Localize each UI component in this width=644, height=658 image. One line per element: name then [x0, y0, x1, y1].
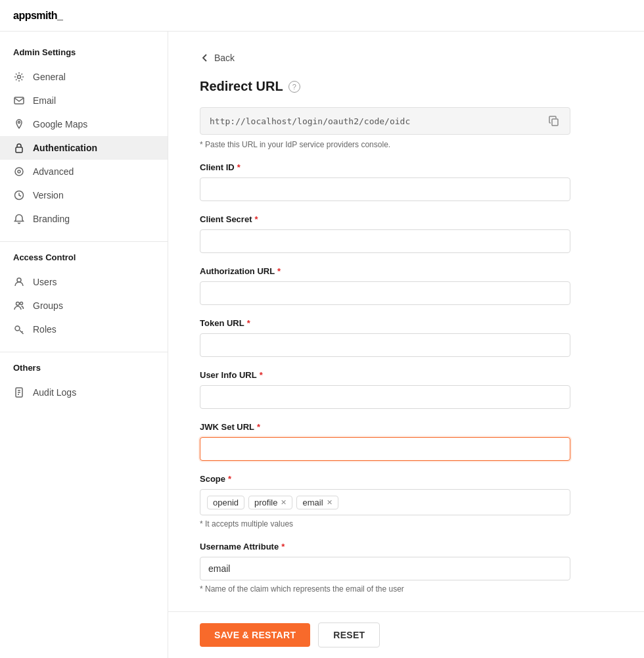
sidebar-item-branding[interactable]: Branding [0, 207, 168, 231]
chevron-left-icon [200, 53, 210, 63]
topbar: appsmith_ [0, 0, 644, 32]
mail-icon [13, 95, 25, 106]
sidebar-item-advanced[interactable]: Advanced [0, 160, 168, 183]
jwk-set-url-group: JWK Set URL * [200, 422, 570, 461]
sidebar-item-groups-label: Groups [33, 300, 63, 311]
save-restart-button[interactable]: SAVE & RESTART [200, 623, 310, 647]
sidebar-item-authentication[interactable]: Authentication [0, 136, 168, 160]
client-secret-group: Client Secret * [200, 214, 570, 253]
redirect-url-hint: * Paste this URL in your IdP service pro… [200, 140, 570, 149]
map-pin-icon [13, 118, 25, 130]
user-info-url-group: User Info URL * [200, 370, 570, 409]
clock-icon [13, 189, 25, 201]
access-control-title: Access Control [0, 252, 168, 270]
sidebar-item-email-label: Email [33, 95, 56, 106]
svg-point-2 [18, 122, 20, 124]
lock-icon [13, 142, 25, 154]
back-button[interactable]: Back [200, 53, 235, 63]
redirect-url-box: http://localhost/login/oauth2/code/oidc [200, 107, 570, 135]
user-info-url-input[interactable] [200, 385, 570, 409]
jwk-set-url-required: * [257, 422, 260, 432]
sidebar-item-audit-logs[interactable]: Audit Logs [0, 381, 168, 404]
svg-point-10 [15, 326, 20, 331]
sidebar-item-roles-label: Roles [33, 324, 57, 335]
token-url-group: Token URL * [200, 318, 570, 357]
sidebar-item-roles[interactable]: Roles [0, 317, 168, 341]
scope-tag-email-remove[interactable]: ✕ [327, 499, 333, 506]
others-title: Others [0, 363, 168, 381]
sidebar-item-users[interactable]: Users [0, 270, 168, 294]
client-secret-input[interactable] [200, 229, 570, 253]
svg-point-8 [16, 302, 20, 306]
scope-required: * [228, 474, 231, 484]
jwk-set-url-input[interactable] [200, 437, 570, 461]
app-logo: appsmith_ [13, 10, 63, 22]
sidebar-item-version-label: Version [33, 190, 64, 200]
client-secret-label: Client Secret * [200, 214, 570, 224]
sidebar-item-advanced-label: Advanced [33, 166, 74, 177]
redirect-url-value: http://localhost/login/oauth2/code/oidc [210, 116, 547, 126]
sidebar-item-general[interactable]: General [0, 65, 168, 89]
svg-rect-12 [552, 119, 558, 126]
scope-tag-email: email ✕ [296, 496, 338, 509]
svg-rect-1 [14, 97, 24, 104]
token-url-input[interactable] [200, 333, 570, 357]
reset-button[interactable]: RESET [318, 623, 380, 647]
client-id-label: Client ID * [200, 162, 570, 172]
sidebar-item-users-label: Users [33, 277, 57, 287]
token-url-required: * [247, 318, 250, 328]
svg-rect-3 [16, 147, 22, 153]
scope-tag-profile: profile ✕ [248, 496, 292, 509]
sidebar-item-groups[interactable]: Groups [0, 294, 168, 317]
sidebar-item-general-label: General [33, 72, 66, 82]
authorization-url-label: Authorization URL * [200, 266, 570, 276]
client-id-required: * [237, 162, 241, 172]
help-icon[interactable]: ? [288, 81, 300, 93]
main-content: Back Redirect URL ? http://localhost/log… [168, 32, 644, 658]
copy-icon [549, 116, 559, 126]
users-icon [13, 300, 25, 312]
sidebar-item-audit-logs-label: Audit Logs [33, 387, 76, 398]
authorization-url-group: Authorization URL * [200, 266, 570, 305]
username-attribute-input[interactable] [200, 557, 570, 580]
user-info-url-label: User Info URL * [200, 370, 570, 380]
scope-tag-profile-remove[interactable]: ✕ [281, 499, 287, 506]
scope-tag-profile-label: profile [254, 498, 277, 507]
sidebar-item-google-maps-label: Google Maps [33, 119, 87, 129]
authorization-url-input[interactable] [200, 281, 570, 305]
username-attribute-label: Username Attribute * [200, 542, 570, 552]
file-icon [13, 387, 25, 398]
client-id-input[interactable] [200, 177, 570, 201]
token-url-label: Token URL * [200, 318, 570, 328]
back-label: Back [214, 53, 235, 63]
client-secret-required: * [254, 214, 258, 224]
sidebar-item-branding-label: Branding [33, 214, 70, 224]
sidebar-divider-1 [0, 241, 168, 242]
sidebar-item-version[interactable]: Version [0, 183, 168, 207]
scope-input-box[interactable]: openid profile ✕ email ✕ [200, 489, 570, 515]
svg-point-0 [18, 76, 21, 79]
redirect-url-title: Redirect URL [200, 79, 283, 94]
jwk-set-url-label: JWK Set URL * [200, 422, 570, 432]
username-attribute-group: Username Attribute * * Name of the claim… [200, 542, 570, 594]
user-info-url-required: * [260, 370, 263, 380]
footer: SAVE & RESTART RESET [168, 611, 644, 658]
gear-icon [13, 71, 25, 83]
user-icon [13, 276, 25, 288]
username-attribute-required: * [281, 542, 285, 552]
authorization-url-required: * [277, 266, 281, 276]
svg-point-5 [18, 170, 20, 173]
scope-tag-openid-label: openid [213, 498, 239, 507]
sidebar-divider-2 [0, 352, 168, 352]
sidebar-item-email[interactable]: Email [0, 89, 168, 112]
sidebar-item-authentication-label: Authentication [33, 143, 97, 153]
svg-point-9 [20, 302, 23, 305]
bell-icon [13, 213, 25, 225]
sidebar-item-google-maps[interactable]: Google Maps [0, 112, 168, 136]
copy-url-button[interactable] [547, 114, 561, 128]
scope-tag-openid: openid [207, 496, 244, 509]
admin-settings-title: Admin Settings [0, 47, 168, 65]
sidebar: Admin Settings General Email [0, 32, 168, 658]
scope-hint: * It accepts multiple values [200, 519, 570, 529]
redirect-url-heading: Redirect URL ? [200, 79, 570, 94]
